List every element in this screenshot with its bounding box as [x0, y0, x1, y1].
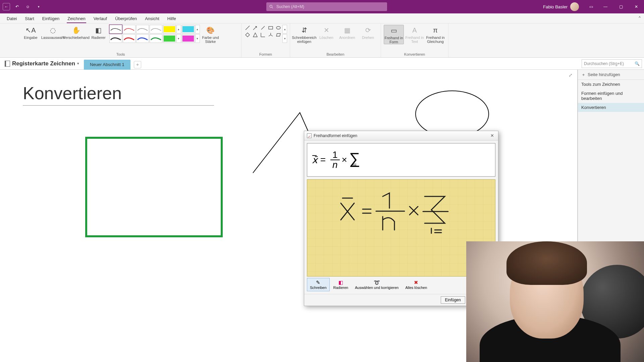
- equation-preview: x̄ = 1 n × ∑ i=: [307, 143, 495, 177]
- minimize-button[interactable]: —: [598, 0, 613, 13]
- notebook-dropdown[interactable]: Registerkarte Zeichnen ▾: [0, 60, 84, 67]
- delete-button: ✕ Löschen: [316, 25, 336, 40]
- arrange-button: ▦ Anordnen: [337, 25, 357, 40]
- page-entry-2[interactable]: Konvertieren: [578, 103, 644, 112]
- rotate-button: ⟳ Drehen: [358, 25, 378, 40]
- group-label-edit: Bearbeiten: [326, 52, 344, 57]
- insert-space-icon: ⇵: [300, 25, 309, 35]
- svg-line-10: [271, 35, 273, 36]
- pen-red-thick[interactable]: [123, 34, 136, 43]
- highlighter-magenta[interactable]: [182, 34, 195, 43]
- avatar[interactable]: [570, 2, 579, 11]
- insert-space-button[interactable]: ⇵ Schreibbereich einfügen: [293, 25, 316, 44]
- add-section-button[interactable]: ＋: [134, 61, 141, 68]
- lasso-icon: ◌: [48, 25, 58, 35]
- highlighter-green[interactable]: [163, 34, 176, 43]
- shape-axes3[interactable]: [267, 32, 274, 38]
- shape-line[interactable]: [244, 25, 251, 31]
- notebook-icon: [5, 61, 10, 67]
- pen-red-thin[interactable]: [123, 25, 136, 34]
- svg-point-0: [270, 5, 272, 7]
- shape-ellipse[interactable]: [415, 90, 489, 137]
- svg-line-3: [253, 26, 257, 30]
- tool-write-button[interactable]: ✎ Schreiben: [307, 278, 330, 291]
- tab-ueberpruefen[interactable]: Überprüfen: [111, 14, 141, 23]
- arrange-icon: ▦: [342, 25, 352, 35]
- palette-icon: 🎨: [206, 25, 215, 35]
- tab-ansicht[interactable]: Ansicht: [141, 14, 163, 23]
- hl-gallery-up[interactable]: ▴: [195, 25, 200, 34]
- pen-gray-thin[interactable]: [136, 25, 149, 34]
- color-thickness-button[interactable]: 🎨 Farbe und Stärke: [201, 25, 221, 44]
- tool-erase-button[interactable]: ◧ Radieren: [330, 278, 352, 291]
- shape-arrow[interactable]: [252, 25, 259, 31]
- pen-gallery-more[interactable]: ▾: [176, 34, 181, 43]
- pen-teal-thin[interactable]: [150, 25, 162, 34]
- highlighter-cyan[interactable]: [182, 25, 195, 34]
- webcam-overlay: [466, 241, 644, 362]
- ribbon-collapse-icon[interactable]: ^: [639, 15, 641, 20]
- ink-to-text-button: A Freihand in Text: [405, 25, 425, 44]
- add-page-button[interactable]: ＋ Seite hinzufügen: [578, 70, 644, 80]
- shape-double-arrow[interactable]: [260, 25, 266, 31]
- undo-button[interactable]: ↶: [13, 3, 21, 10]
- tab-einfuegen[interactable]: Einfügen: [38, 14, 63, 23]
- page-entry-0[interactable]: Tools zum Zeichnen: [578, 80, 644, 89]
- pen-green-thick[interactable]: [150, 34, 162, 43]
- pan-button[interactable]: ✋ Verschiebehand: [65, 25, 88, 40]
- tab-start[interactable]: Start: [21, 14, 38, 23]
- svg-line-1: [272, 7, 273, 8]
- shape-rect[interactable]: [267, 25, 274, 31]
- ink-to-math-button[interactable]: π Freihand in Gleichung: [425, 25, 445, 44]
- pen-blue-thick[interactable]: [136, 34, 149, 43]
- ink-input-button[interactable]: ↖A Eingabe: [21, 25, 41, 40]
- pen-black-thin[interactable]: [109, 25, 122, 34]
- chevron-down-icon: ▾: [77, 61, 79, 66]
- shape-gallery-more[interactable]: ▾: [282, 34, 287, 43]
- maximize-button[interactable]: ▢: [613, 0, 629, 13]
- svg-point-6: [276, 26, 280, 29]
- shape-gallery-up[interactable]: ▴: [282, 25, 287, 34]
- shape-rectangle-green[interactable]: [85, 137, 223, 237]
- group-label-convert: Konvertieren: [404, 52, 425, 57]
- pen-black-thick[interactable]: [109, 34, 122, 43]
- shape-diamond[interactable]: [244, 32, 251, 38]
- search-placeholder: Suchen (Alt+M): [276, 4, 304, 9]
- dialog-icon: [307, 133, 312, 138]
- pen-gallery-up[interactable]: ▴: [176, 25, 181, 34]
- highlighter-yellow[interactable]: [163, 25, 176, 34]
- shape-ellipse[interactable]: [275, 25, 282, 31]
- tab-verlauf[interactable]: Verlauf: [90, 14, 111, 23]
- dialog-close-button[interactable]: ✕: [489, 133, 495, 138]
- page-entry-1[interactable]: Formen einfügen und bearbeiten: [578, 89, 644, 103]
- qat-dropdown[interactable]: ▾: [35, 3, 42, 10]
- eraser-icon: ◧: [94, 25, 103, 35]
- tab-hilfe[interactable]: Hilfe: [163, 14, 180, 23]
- shape-axes2[interactable]: [260, 32, 266, 38]
- dialog-insert-button[interactable]: Einfügen: [441, 296, 465, 304]
- emoji-button[interactable]: ☺: [24, 3, 32, 10]
- shape-parallelogram[interactable]: [275, 32, 282, 38]
- lasso-select-button[interactable]: ◌ Lassoauswahl: [42, 25, 64, 40]
- shape-triangle[interactable]: [252, 32, 259, 38]
- svg-line-2: [246, 26, 250, 30]
- tab-datei[interactable]: Datei: [3, 14, 21, 23]
- group-label-tools: Tools: [116, 52, 125, 57]
- svg-line-11: [269, 35, 271, 36]
- section-tab[interactable]: Neuer Abschnitt 1: [84, 60, 130, 70]
- global-search-input[interactable]: Suchen (Alt+M): [266, 2, 387, 11]
- tab-zeichnen[interactable]: Zeichnen: [63, 14, 89, 23]
- close-button[interactable]: ✕: [629, 0, 644, 13]
- plus-icon: ＋: [581, 72, 586, 78]
- ink-to-shape-button[interactable]: ▭ Freihand in Form: [384, 25, 404, 44]
- shape-gallery[interactable]: [244, 25, 282, 43]
- cursor-icon: ↖A: [26, 25, 36, 35]
- tool-clear-button[interactable]: ✖ Alles löschen: [402, 278, 430, 291]
- ribbon-mode-button[interactable]: ▭: [584, 0, 598, 13]
- tool-select-correct-button[interactable]: ➰ Auswählen und korrigieren: [352, 278, 401, 291]
- nav-back-button[interactable]: ←: [3, 3, 10, 10]
- eraser-button[interactable]: ◧ Radierer: [89, 25, 109, 40]
- hl-gallery-more[interactable]: ▾: [195, 34, 200, 43]
- svg-line-4: [261, 26, 265, 29]
- pen-gallery[interactable]: [109, 25, 176, 43]
